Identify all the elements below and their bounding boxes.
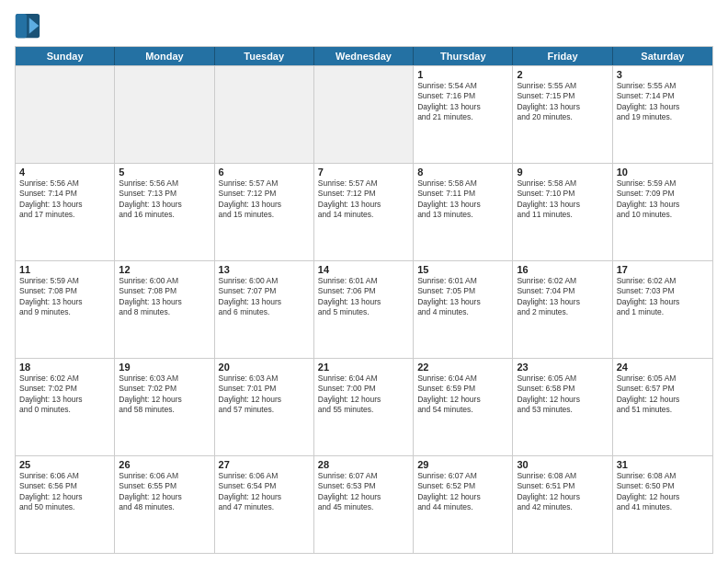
cal-cell-day-30: 30Sunrise: 6:08 AM Sunset: 6:51 PM Dayli… xyxy=(513,456,612,553)
header-day-monday: Monday xyxy=(115,47,214,65)
cell-info: Sunrise: 6:01 AM Sunset: 7:06 PM Dayligh… xyxy=(318,276,409,318)
cell-info: Sunrise: 6:03 AM Sunset: 7:01 PM Dayligh… xyxy=(219,373,310,416)
calendar-row-2: 11Sunrise: 5:59 AM Sunset: 7:08 PM Dayli… xyxy=(16,260,712,358)
cal-cell-day-23: 23Sunrise: 6:05 AM Sunset: 6:58 PM Dayli… xyxy=(513,359,612,455)
day-number: 28 xyxy=(318,459,409,470)
cal-cell-day-28: 28Sunrise: 6:07 AM Sunset: 6:53 PM Dayli… xyxy=(314,456,414,553)
logo xyxy=(15,13,42,39)
day-number: 21 xyxy=(318,362,409,373)
day-number: 25 xyxy=(19,459,110,470)
cell-info: Sunrise: 6:04 AM Sunset: 6:59 PM Dayligh… xyxy=(417,373,508,416)
header xyxy=(15,13,713,39)
day-number: 17 xyxy=(617,264,709,275)
cell-info: Sunrise: 6:08 AM Sunset: 6:51 PM Dayligh… xyxy=(517,471,608,513)
day-number: 15 xyxy=(417,264,508,275)
cal-cell-day-18: 18Sunrise: 6:02 AM Sunset: 7:02 PM Dayli… xyxy=(16,359,115,455)
day-number: 19 xyxy=(119,362,210,373)
cell-info: Sunrise: 5:55 AM Sunset: 7:15 PM Dayligh… xyxy=(517,81,608,123)
cell-info: Sunrise: 6:02 AM Sunset: 7:02 PM Dayligh… xyxy=(19,373,110,416)
day-number: 18 xyxy=(19,362,110,373)
cal-cell-day-14: 14Sunrise: 6:01 AM Sunset: 7:06 PM Dayli… xyxy=(314,261,414,358)
cell-info: Sunrise: 5:55 AM Sunset: 7:14 PM Dayligh… xyxy=(617,81,709,123)
cell-info: Sunrise: 6:06 AM Sunset: 6:54 PM Dayligh… xyxy=(219,471,310,513)
cal-cell-day-3: 3Sunrise: 5:55 AM Sunset: 7:14 PM Daylig… xyxy=(613,66,712,163)
cell-info: Sunrise: 6:08 AM Sunset: 6:50 PM Dayligh… xyxy=(617,471,709,513)
cell-info: Sunrise: 6:06 AM Sunset: 6:55 PM Dayligh… xyxy=(119,471,210,513)
cal-cell-day-19: 19Sunrise: 6:03 AM Sunset: 7:02 PM Dayli… xyxy=(115,359,214,455)
cell-info: Sunrise: 6:02 AM Sunset: 7:04 PM Dayligh… xyxy=(517,276,608,318)
day-number: 10 xyxy=(617,167,709,178)
day-number: 26 xyxy=(119,459,210,470)
page: SundayMondayTuesdayWednesdayThursdayFrid… xyxy=(0,0,728,563)
cal-cell-day-5: 5Sunrise: 5:56 AM Sunset: 7:13 PM Daylig… xyxy=(115,164,214,260)
day-number: 30 xyxy=(517,459,608,470)
day-number: 12 xyxy=(119,264,210,275)
cell-info: Sunrise: 5:59 AM Sunset: 7:08 PM Dayligh… xyxy=(19,276,110,318)
cal-cell-empty-0-2 xyxy=(215,66,314,163)
header-day-saturday: Saturday xyxy=(613,47,712,65)
cell-info: Sunrise: 6:05 AM Sunset: 6:58 PM Dayligh… xyxy=(517,373,608,416)
calendar-body: 1Sunrise: 5:54 AM Sunset: 7:16 PM Daylig… xyxy=(16,65,712,553)
cal-cell-day-9: 9Sunrise: 5:58 AM Sunset: 7:10 PM Daylig… xyxy=(513,164,612,260)
day-number: 16 xyxy=(517,264,608,275)
cell-info: Sunrise: 6:07 AM Sunset: 6:53 PM Dayligh… xyxy=(318,471,409,513)
cal-cell-day-6: 6Sunrise: 5:57 AM Sunset: 7:12 PM Daylig… xyxy=(215,164,314,260)
cell-info: Sunrise: 6:07 AM Sunset: 6:52 PM Dayligh… xyxy=(417,471,508,513)
calendar-row-1: 4Sunrise: 5:56 AM Sunset: 7:14 PM Daylig… xyxy=(16,163,712,260)
cell-info: Sunrise: 6:04 AM Sunset: 7:00 PM Dayligh… xyxy=(318,373,409,416)
day-number: 11 xyxy=(19,264,110,275)
cal-cell-empty-0-3 xyxy=(314,66,414,163)
cell-info: Sunrise: 6:02 AM Sunset: 7:03 PM Dayligh… xyxy=(617,276,709,318)
day-number: 7 xyxy=(318,167,409,178)
cal-cell-day-16: 16Sunrise: 6:02 AM Sunset: 7:04 PM Dayli… xyxy=(513,261,612,358)
svg-rect-1 xyxy=(16,14,27,38)
cell-info: Sunrise: 5:54 AM Sunset: 7:16 PM Dayligh… xyxy=(417,81,508,123)
day-number: 8 xyxy=(417,167,508,178)
cell-info: Sunrise: 5:57 AM Sunset: 7:12 PM Dayligh… xyxy=(219,178,310,221)
cell-info: Sunrise: 6:06 AM Sunset: 6:56 PM Dayligh… xyxy=(19,471,110,513)
cal-cell-day-2: 2Sunrise: 5:55 AM Sunset: 7:15 PM Daylig… xyxy=(513,66,612,163)
cal-cell-day-21: 21Sunrise: 6:04 AM Sunset: 7:00 PM Dayli… xyxy=(314,359,414,455)
cal-cell-day-15: 15Sunrise: 6:01 AM Sunset: 7:05 PM Dayli… xyxy=(414,261,513,358)
day-number: 20 xyxy=(219,362,310,373)
cell-info: Sunrise: 5:57 AM Sunset: 7:12 PM Dayligh… xyxy=(318,178,409,221)
calendar-row-3: 18Sunrise: 6:02 AM Sunset: 7:02 PM Dayli… xyxy=(16,358,712,455)
day-number: 27 xyxy=(219,459,310,470)
cal-cell-day-7: 7Sunrise: 5:57 AM Sunset: 7:12 PM Daylig… xyxy=(314,164,414,260)
cell-info: Sunrise: 6:03 AM Sunset: 7:02 PM Dayligh… xyxy=(119,373,210,416)
cal-cell-day-13: 13Sunrise: 6:00 AM Sunset: 7:07 PM Dayli… xyxy=(215,261,314,358)
cell-info: Sunrise: 6:00 AM Sunset: 7:08 PM Dayligh… xyxy=(119,276,210,318)
day-number: 13 xyxy=(219,264,310,275)
header-day-friday: Friday xyxy=(513,47,612,65)
cal-cell-day-27: 27Sunrise: 6:06 AM Sunset: 6:54 PM Dayli… xyxy=(215,456,314,553)
cal-cell-day-31: 31Sunrise: 6:08 AM Sunset: 6:50 PM Dayli… xyxy=(613,456,712,553)
cell-info: Sunrise: 5:58 AM Sunset: 7:11 PM Dayligh… xyxy=(417,178,508,221)
cal-cell-day-1: 1Sunrise: 5:54 AM Sunset: 7:16 PM Daylig… xyxy=(414,66,513,163)
cell-info: Sunrise: 5:59 AM Sunset: 7:09 PM Dayligh… xyxy=(617,178,709,221)
cell-info: Sunrise: 6:05 AM Sunset: 6:57 PM Dayligh… xyxy=(617,373,709,416)
day-number: 22 xyxy=(417,362,508,373)
cal-cell-day-4: 4Sunrise: 5:56 AM Sunset: 7:14 PM Daylig… xyxy=(16,164,115,260)
cal-cell-day-8: 8Sunrise: 5:58 AM Sunset: 7:11 PM Daylig… xyxy=(414,164,513,260)
cell-info: Sunrise: 5:56 AM Sunset: 7:13 PM Dayligh… xyxy=(119,178,210,221)
calendar: SundayMondayTuesdayWednesdayThursdayFrid… xyxy=(15,46,713,554)
cal-cell-day-25: 25Sunrise: 6:06 AM Sunset: 6:56 PM Dayli… xyxy=(16,456,115,553)
cal-cell-empty-0-1 xyxy=(115,66,214,163)
day-number: 2 xyxy=(517,69,608,80)
day-number: 3 xyxy=(617,69,709,80)
cal-cell-day-29: 29Sunrise: 6:07 AM Sunset: 6:52 PM Dayli… xyxy=(414,456,513,553)
day-number: 23 xyxy=(517,362,608,373)
cal-cell-day-20: 20Sunrise: 6:03 AM Sunset: 7:01 PM Dayli… xyxy=(215,359,314,455)
header-day-sunday: Sunday xyxy=(16,47,115,65)
header-day-wednesday: Wednesday xyxy=(314,47,414,65)
cell-info: Sunrise: 5:58 AM Sunset: 7:10 PM Dayligh… xyxy=(517,178,608,221)
cell-info: Sunrise: 6:01 AM Sunset: 7:05 PM Dayligh… xyxy=(417,276,508,318)
header-day-tuesday: Tuesday xyxy=(215,47,314,65)
calendar-row-0: 1Sunrise: 5:54 AM Sunset: 7:16 PM Daylig… xyxy=(16,65,712,163)
day-number: 6 xyxy=(219,167,310,178)
cal-cell-day-10: 10Sunrise: 5:59 AM Sunset: 7:09 PM Dayli… xyxy=(613,164,712,260)
cal-cell-day-26: 26Sunrise: 6:06 AM Sunset: 6:55 PM Dayli… xyxy=(115,456,214,553)
day-number: 1 xyxy=(417,69,508,80)
logo-icon xyxy=(15,13,40,39)
header-day-thursday: Thursday xyxy=(414,47,513,65)
